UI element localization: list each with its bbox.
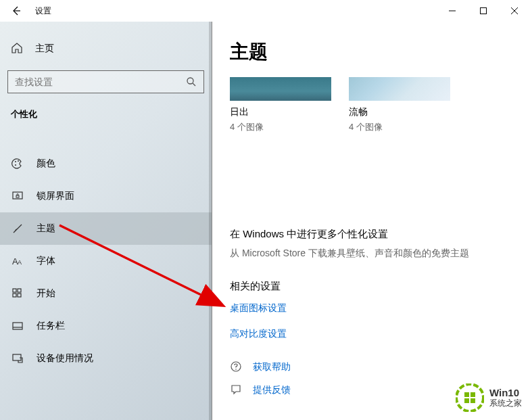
- sidebar-scrollbar[interactable]: [209, 22, 212, 420]
- footer-link-label: 提供反馈: [253, 384, 291, 396]
- home-nav[interactable]: 主页: [0, 35, 212, 62]
- home-label: 主页: [35, 43, 54, 55]
- svg-rect-11: [16, 195, 19, 197]
- watermark-logo-icon: [456, 383, 484, 412]
- nav-label: 颜色: [37, 158, 55, 170]
- svg-point-9: [18, 160, 19, 162]
- svg-line-6: [193, 83, 195, 86]
- more-settings-section: 在 Windows 中进行更多个性化设置 从 Microsoft Store 下…: [230, 228, 530, 260]
- svg-point-5: [187, 78, 193, 84]
- svg-rect-27: [471, 392, 475, 397]
- nav-lockscreen[interactable]: 锁屏界面: [0, 180, 212, 212]
- svg-point-7: [15, 161, 16, 162]
- themes-row: 日出 4 个图像 流畅 4 个图像: [230, 77, 530, 133]
- svg-text:A: A: [18, 259, 22, 266]
- nav-device-usage[interactable]: 设备使用情况: [0, 342, 212, 375]
- brush-icon: [11, 222, 24, 235]
- svg-rect-2: [481, 8, 487, 14]
- help-icon: [230, 360, 243, 374]
- theme-name: 流畅: [349, 106, 450, 118]
- svg-rect-26: [464, 392, 469, 397]
- svg-point-22: [235, 369, 237, 370]
- theme-preview: [349, 77, 450, 101]
- titlebar: 设置: [0, 0, 530, 22]
- minimize-button[interactable]: [437, 0, 468, 22]
- svg-rect-18: [13, 323, 22, 329]
- nav-label: 开始: [37, 287, 55, 300]
- nav-colors[interactable]: 颜色: [0, 147, 212, 180]
- nav-start[interactable]: 开始: [0, 277, 212, 310]
- nav-label: 字体: [37, 255, 55, 267]
- link-desktop-icons[interactable]: 桌面图标设置: [230, 302, 530, 314]
- content-area: 主题 日出 4 个图像 流畅 4 个图像 在 Windows 中进行更多个性化设…: [212, 22, 530, 420]
- watermark: Win10 系统之家: [456, 383, 522, 412]
- taskbar-icon: [11, 319, 24, 333]
- svg-point-8: [15, 164, 16, 166]
- nav-taskbar[interactable]: 任务栏: [0, 310, 212, 342]
- watermark-line1: Win10: [489, 388, 522, 399]
- more-settings-heading: 在 Windows 中进行更多个性化设置: [230, 228, 530, 241]
- nav-label: 主题: [37, 223, 55, 235]
- related-section: 相关的设置 桌面图标设置 高对比度设置: [230, 280, 530, 340]
- close-button[interactable]: [499, 0, 530, 22]
- nav-fonts[interactable]: AA 字体: [0, 245, 212, 277]
- window-controls: [437, 0, 530, 22]
- nav-themes[interactable]: 主题: [0, 212, 212, 245]
- theme-card-sunrise[interactable]: 日出 4 个图像: [230, 77, 331, 133]
- font-icon: AA: [11, 254, 24, 268]
- related-heading: 相关的设置: [230, 280, 530, 293]
- search-input[interactable]: [15, 76, 186, 87]
- sidebar: 主页 个性化 颜色 锁屏界面: [0, 22, 212, 420]
- search-icon: [186, 76, 197, 87]
- back-arrow-icon: [11, 5, 22, 16]
- theme-sub: 4 个图像: [349, 121, 450, 133]
- maximize-button[interactable]: [468, 0, 499, 22]
- svg-rect-29: [471, 398, 475, 403]
- start-grid-icon: [11, 287, 24, 300]
- nav-label: 锁屏界面: [37, 190, 74, 202]
- lock-screen-icon: [11, 189, 24, 203]
- category-label: 个性化: [0, 108, 212, 120]
- svg-rect-17: [18, 294, 21, 297]
- theme-preview: [230, 77, 331, 101]
- svg-rect-16: [13, 294, 16, 297]
- home-icon: [11, 42, 24, 55]
- footer-link-label: 获取帮助: [253, 361, 291, 373]
- svg-rect-28: [464, 398, 469, 403]
- nav-label: 设备使用情况: [37, 352, 93, 365]
- theme-sub: 4 个图像: [230, 121, 331, 133]
- svg-point-25: [456, 384, 483, 411]
- feedback-icon: [230, 383, 243, 397]
- theme-card-smooth[interactable]: 流畅 4 个图像: [349, 77, 450, 133]
- palette-icon: [11, 157, 24, 170]
- back-button[interactable]: [3, 0, 30, 22]
- link-high-contrast[interactable]: 高对比度设置: [230, 328, 530, 340]
- nav-label: 任务栏: [37, 320, 65, 332]
- svg-rect-14: [13, 289, 16, 292]
- device-usage-icon: [11, 352, 24, 365]
- get-help-link[interactable]: 获取帮助: [230, 360, 530, 374]
- search-box[interactable]: [7, 70, 204, 93]
- window-title: 设置: [35, 5, 51, 17]
- more-settings-sub: 从 Microsoft Store 下载兼具壁纸、声音和颜色的免费主题: [230, 248, 530, 260]
- theme-name: 日出: [230, 106, 331, 118]
- watermark-line2: 系统之家: [489, 399, 522, 408]
- page-title: 主题: [230, 39, 530, 65]
- svg-rect-15: [18, 289, 21, 292]
